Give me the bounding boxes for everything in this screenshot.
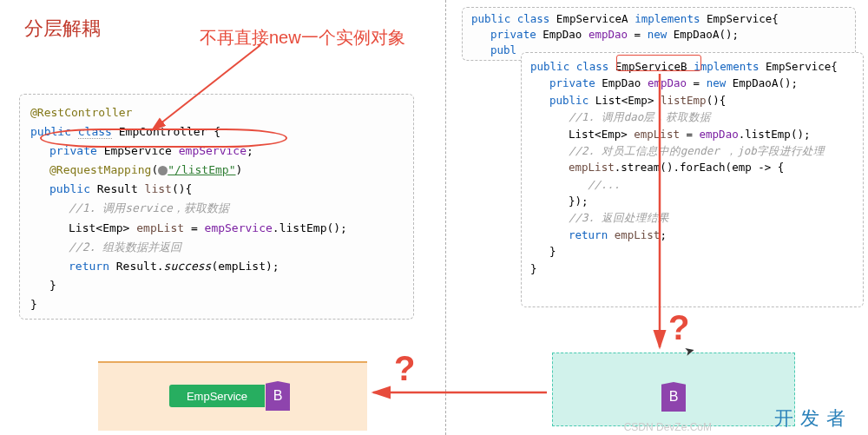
brace: } bbox=[530, 262, 537, 275]
kw: class bbox=[517, 12, 550, 25]
kw: public bbox=[49, 182, 90, 195]
code: . bbox=[157, 260, 164, 273]
kw: publ bbox=[490, 43, 516, 56]
code: .listEmp(); bbox=[739, 128, 811, 141]
code: EmpDaoA(); bbox=[726, 76, 798, 89]
bean-b-chip-left: B bbox=[266, 381, 290, 411]
brace: { bbox=[772, 12, 779, 25]
code: List<Emp> bbox=[569, 128, 634, 141]
annotation-requestmapping: @RequestMapping bbox=[49, 163, 151, 176]
var: empList bbox=[136, 221, 184, 234]
var: empList bbox=[569, 161, 615, 174]
kw: new bbox=[648, 28, 667, 41]
code: List<Emp> bbox=[69, 221, 129, 234]
code-box-controller: @RestController public class EmpControll… bbox=[19, 94, 414, 320]
method-name: list bbox=[145, 182, 172, 195]
var: empDao bbox=[589, 28, 628, 41]
code: = bbox=[628, 28, 648, 41]
code: success bbox=[164, 260, 212, 273]
kw: implements bbox=[694, 60, 759, 73]
annotation-restcontroller: @RestController bbox=[30, 106, 132, 119]
brace: { bbox=[831, 60, 838, 73]
code: = bbox=[680, 128, 700, 141]
comment: //3. 返回处理结果 bbox=[530, 209, 854, 226]
code: EmpDaoA(); bbox=[667, 28, 739, 41]
code: (empList); bbox=[211, 260, 279, 273]
comment: //2. 组装数据并返回 bbox=[30, 238, 403, 257]
kw: public bbox=[549, 94, 589, 107]
ret-type: Result bbox=[97, 182, 138, 195]
var: empDao bbox=[648, 76, 687, 89]
brace: } bbox=[530, 243, 854, 260]
code: .listEmp(); bbox=[273, 221, 347, 234]
kw: public bbox=[530, 60, 569, 73]
var: empList bbox=[615, 228, 661, 241]
comment: //2. 对员工信息中的gender ，job字段进行处理 bbox=[530, 142, 854, 159]
brace: } bbox=[30, 276, 403, 295]
watermark: CSDN DevZe.CoM bbox=[624, 421, 712, 433]
kw: return bbox=[569, 228, 615, 241]
question-mark-left: ? bbox=[394, 349, 415, 388]
kw: class bbox=[576, 60, 609, 73]
mapping-path: "/listEmp" bbox=[168, 163, 235, 176]
method-name: listEmp bbox=[661, 94, 707, 107]
bean-b-chip-right: B bbox=[661, 382, 686, 412]
code: Result bbox=[116, 260, 157, 273]
sig: (){ bbox=[172, 182, 192, 195]
comment: //1. 调用dao层，获取数据 bbox=[530, 109, 854, 125]
var: empDao bbox=[700, 128, 739, 141]
code-box-service-b: public class EmpServiceB implements EmpS… bbox=[521, 52, 864, 307]
code: = bbox=[184, 221, 204, 234]
ret-type: List<Emp> bbox=[595, 94, 654, 107]
highlight-empserviceb-name bbox=[616, 55, 701, 71]
question-mark-right: ? bbox=[668, 308, 689, 347]
var: empList bbox=[634, 128, 680, 141]
kw: return bbox=[69, 260, 116, 273]
kw: public bbox=[471, 12, 510, 25]
type: EmpService bbox=[766, 60, 831, 73]
class-name: EmpServiceA bbox=[556, 12, 628, 25]
kw: implements bbox=[635, 12, 700, 25]
type: EmpDao bbox=[602, 76, 641, 89]
code: .stream().forEach(emp -> { bbox=[615, 161, 785, 174]
highlight-empservice-field bbox=[40, 129, 287, 148]
kw: private bbox=[490, 28, 536, 41]
sig: (){ bbox=[707, 94, 727, 107]
vertical-divider bbox=[445, 0, 446, 435]
code: empService bbox=[205, 221, 273, 234]
globe-icon bbox=[158, 166, 168, 175]
code: = bbox=[687, 76, 707, 89]
comment: //1. 调用service，获取数据 bbox=[30, 199, 403, 218]
type: EmpService bbox=[707, 12, 772, 25]
comment: //... bbox=[530, 176, 854, 193]
brace: } bbox=[30, 298, 37, 311]
annotation-note: 不再直接new一个实例对象 bbox=[200, 26, 405, 49]
code: }); bbox=[530, 193, 854, 209]
empservice-chip: EmpService bbox=[169, 385, 265, 407]
page-title: 分层解耦 bbox=[24, 16, 101, 42]
code: ; bbox=[660, 228, 667, 241]
kw: new bbox=[707, 76, 727, 89]
footer-brand: 开发者 bbox=[774, 405, 852, 432]
type: EmpDao bbox=[542, 28, 582, 41]
kw: private bbox=[549, 76, 595, 89]
